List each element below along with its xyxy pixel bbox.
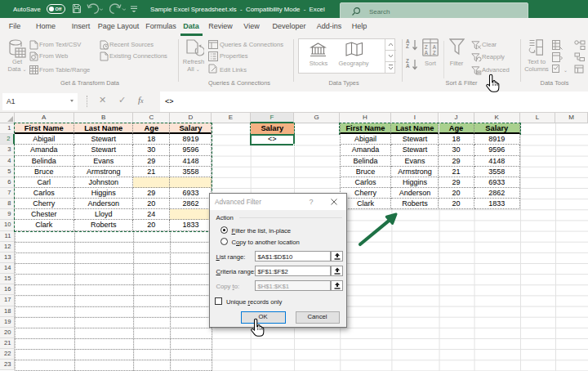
svg-text:Z: Z (433, 50, 436, 56)
svg-text:A: A (424, 50, 428, 56)
